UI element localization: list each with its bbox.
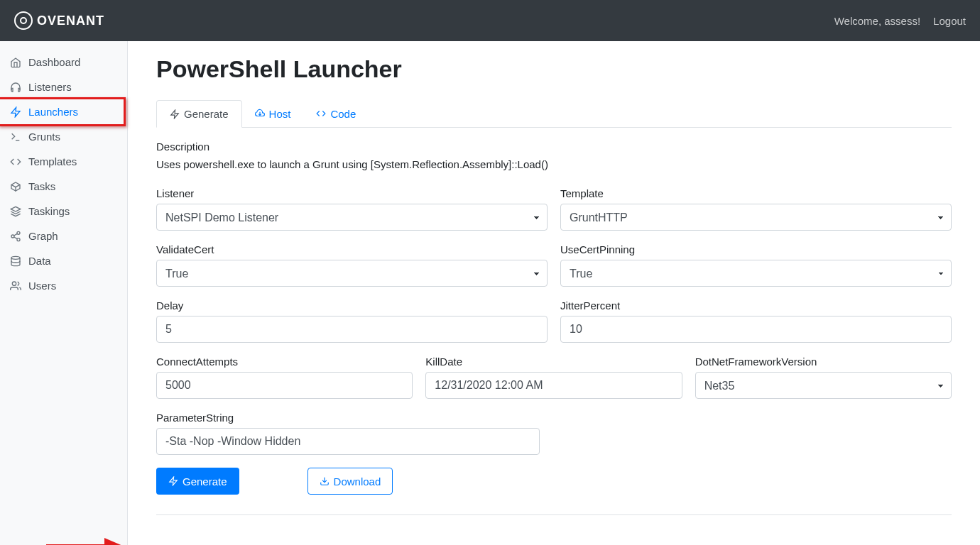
tab-label: Code xyxy=(330,108,356,120)
zap-icon xyxy=(170,109,180,119)
sidebar-item-users[interactable]: Users xyxy=(0,273,127,298)
validatecert-label: ValidateCert xyxy=(156,243,548,255)
cloud-icon xyxy=(255,109,265,119)
tab-label: Host xyxy=(269,108,291,120)
code-icon xyxy=(10,156,21,167)
svg-line-7 xyxy=(14,233,18,236)
users-icon xyxy=(10,280,21,292)
layers-icon xyxy=(10,206,21,217)
description-text: Uses powershell.exe to launch a Grunt us… xyxy=(156,158,952,170)
paramstring-input[interactable] xyxy=(156,428,540,455)
svg-point-4 xyxy=(17,231,20,234)
sidebar-item-dashboard[interactable]: Dashboard xyxy=(0,50,127,75)
jitter-label: JitterPercent xyxy=(560,299,952,312)
button-label: Download xyxy=(334,475,381,488)
sidebar-item-launchers[interactable]: Launchers xyxy=(0,97,126,126)
dotnet-select[interactable]: Net35 xyxy=(695,372,952,399)
killdate-label: KillDate xyxy=(425,356,682,368)
svg-point-9 xyxy=(11,256,20,259)
svg-point-6 xyxy=(17,238,20,241)
jitter-input[interactable] xyxy=(560,316,952,343)
sidebar-item-label: Templates xyxy=(28,155,77,167)
svg-line-8 xyxy=(14,237,18,239)
generate-button[interactable]: Generate xyxy=(156,468,239,495)
svg-point-10 xyxy=(12,282,16,285)
zap-icon xyxy=(168,476,178,486)
sidebar-item-label: Launchers xyxy=(28,106,78,118)
headphones-icon xyxy=(10,82,21,93)
brand-text: OVENANT xyxy=(37,13,104,28)
divider xyxy=(156,514,952,515)
template-select[interactable]: GruntHTTP xyxy=(560,204,952,231)
sidebar-item-data[interactable]: Data xyxy=(0,248,127,273)
sidebar-item-listeners[interactable]: Listeners xyxy=(0,75,127,99)
database-icon xyxy=(10,255,21,267)
tab-host[interactable]: Host xyxy=(242,100,304,127)
description-label: Description xyxy=(156,141,952,153)
sidebar-item-label: Users xyxy=(28,280,56,292)
welcome-link[interactable]: Welcome, assess! xyxy=(834,15,920,27)
sidebar-item-label: Grunts xyxy=(28,131,60,143)
brand[interactable]: OVENANT xyxy=(14,11,104,30)
sidebar-item-taskings[interactable]: Taskings xyxy=(0,199,127,224)
page-title: PowerShell Launcher xyxy=(156,55,952,83)
dotnet-label: DotNetFrameworkVersion xyxy=(695,356,952,368)
home-icon xyxy=(10,57,21,68)
svg-point-5 xyxy=(11,235,14,238)
download-button[interactable]: Download xyxy=(307,468,393,495)
terminal-icon xyxy=(10,131,21,143)
sidebar-item-label: Graph xyxy=(28,230,58,242)
logout-link[interactable]: Logout xyxy=(933,15,966,27)
brand-logo-icon xyxy=(14,11,33,30)
sidebar-item-label: Listeners xyxy=(28,81,72,93)
code-icon xyxy=(316,109,326,119)
sidebar-item-label: Taskings xyxy=(28,205,70,217)
box-icon xyxy=(10,181,21,192)
listener-select[interactable]: NetSPI Demo Listener xyxy=(156,204,548,231)
connectattempts-input[interactable] xyxy=(156,372,413,399)
tab-code[interactable]: Code xyxy=(303,100,369,127)
connectattempts-label: ConnectAttempts xyxy=(156,356,413,368)
sidebar-item-label: Dashboard xyxy=(28,56,80,68)
svg-marker-11 xyxy=(171,110,179,119)
sidebar-item-tasks[interactable]: Tasks xyxy=(0,174,127,199)
svg-marker-3 xyxy=(11,207,20,211)
template-label: Template xyxy=(560,187,952,199)
killdate-input[interactable] xyxy=(425,372,682,399)
delay-label: Delay xyxy=(156,299,548,312)
button-label: Generate xyxy=(183,475,227,488)
tab-label: Generate xyxy=(184,108,229,120)
tab-generate[interactable]: Generate xyxy=(156,100,242,128)
validatecert-select[interactable]: True xyxy=(156,260,548,287)
sidebar-item-label: Data xyxy=(28,255,51,267)
listener-label: Listener xyxy=(156,187,548,199)
share-icon xyxy=(10,231,21,242)
paramstring-label: ParameterString xyxy=(156,412,540,424)
delay-input[interactable] xyxy=(156,316,548,343)
usecertpinning-select[interactable]: True xyxy=(560,260,952,287)
svg-marker-0 xyxy=(11,107,20,116)
zap-icon xyxy=(10,106,21,118)
usecertpinning-label: UseCertPinning xyxy=(560,243,952,255)
sidebar-item-grunts[interactable]: Grunts xyxy=(0,124,127,149)
download-icon xyxy=(320,476,330,486)
svg-marker-12 xyxy=(170,477,178,485)
sidebar-item-label: Tasks xyxy=(28,180,55,192)
sidebar-item-templates[interactable]: Templates xyxy=(0,149,127,174)
sidebar-item-graph[interactable]: Graph xyxy=(0,224,127,248)
